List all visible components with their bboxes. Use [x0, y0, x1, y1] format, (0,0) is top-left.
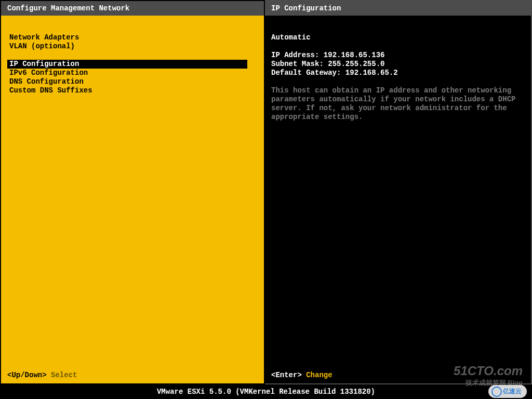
menu-item-custom-dns-suffixes[interactable]: Custom DNS Suffixes [7, 86, 258, 95]
subnet-mask-line: Subnet Mask: 255.255.255.0 [271, 60, 525, 69]
ip-address-line: IP Address: 192.168.65.136 [271, 51, 525, 60]
action-hint-select: Select [51, 371, 77, 379]
ip-address-value: 192.168.65.136 [324, 51, 385, 59]
status-bar: VMware ESXi 5.5.0 (VMKernel Release Buil… [0, 388, 532, 396]
menu-item-ipv6-configuration[interactable]: IPv6 Configuration [7, 69, 258, 77]
spacer [7, 51, 258, 60]
action-hint-change: Change [306, 371, 332, 379]
left-panel-title: Configure Management Network [1, 1, 264, 16]
default-gateway-value: 192.168.65.2 [345, 69, 398, 77]
menu-item-dns-configuration[interactable]: DNS Configuration [7, 77, 258, 86]
detail-content: Automatic IP Address: 192.168.65.136 Sub… [265, 19, 531, 383]
spacer [271, 42, 525, 51]
right-panel: IP Configuration Automatic IP Address: 1… [265, 0, 532, 384]
left-panel: Configure Management Network Network Ada… [0, 0, 265, 384]
main-container: Configure Management Network Network Ada… [0, 0, 532, 384]
subnet-mask-value: 255.255.255.0 [328, 60, 384, 68]
menu-list: Network Adapters VLAN (optional) IP Conf… [1, 19, 264, 383]
menu-item-vlan[interactable]: VLAN (optional) [7, 42, 258, 51]
left-footer-hint: <Up/Down> Select [7, 371, 77, 379]
default-gateway-label: Default Gateway: [271, 69, 341, 77]
menu-item-network-adapters[interactable]: Network Adapters [7, 33, 258, 42]
key-hint-enter: <Enter> [271, 371, 302, 379]
config-mode: Automatic [271, 33, 525, 42]
key-hint-updown: <Up/Down> [7, 371, 47, 379]
right-panel-title: IP Configuration [265, 1, 531, 16]
help-text: This host can obtain an IP address and o… [271, 86, 521, 122]
subnet-mask-label: Subnet Mask: [271, 60, 324, 68]
default-gateway-line: Default Gateway: 192.168.65.2 [271, 69, 525, 77]
ip-address-label: IP Address: [271, 51, 319, 59]
menu-item-ip-configuration[interactable]: IP Configuration [7, 60, 247, 69]
right-footer-hint: <Enter> Change [271, 371, 332, 379]
